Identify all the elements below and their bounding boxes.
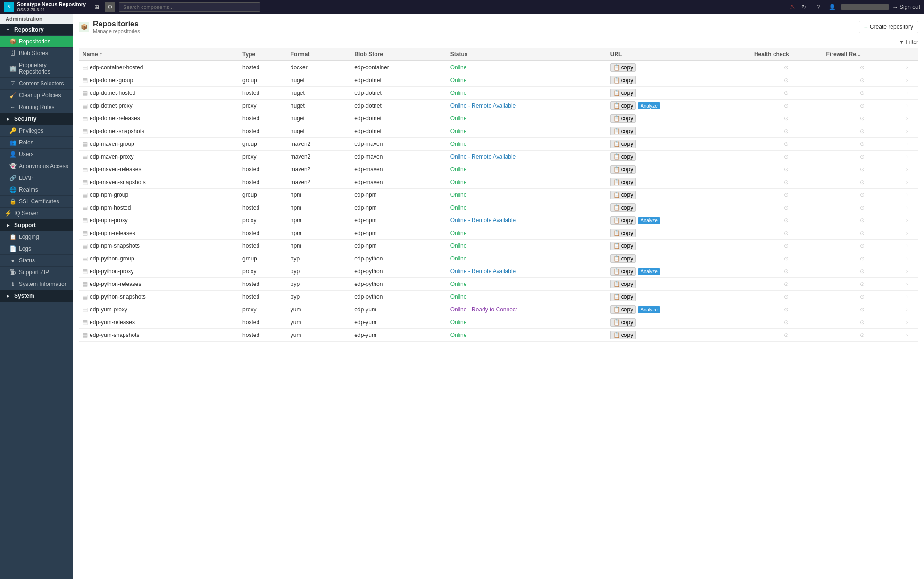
copy-button[interactable]: 📋 copy (610, 318, 636, 327)
copy-button[interactable]: 📋 copy (610, 127, 636, 135)
copy-button[interactable]: 📋 copy (610, 152, 636, 161)
copy-button[interactable]: 📋 copy (610, 280, 636, 288)
sidebar-item-ldap[interactable]: 🔗 LDAP (0, 172, 73, 184)
realms-icon: 🌐 (9, 186, 16, 193)
sidebar-item-anonymous[interactable]: 👻 Anonymous Access (0, 160, 73, 172)
row-expand-icon[interactable]: › (906, 319, 908, 326)
sidebar-section-security[interactable]: ▶ Security (0, 113, 73, 125)
copy-button[interactable]: 📋 copy (610, 229, 636, 237)
alert-icon[interactable]: ⚠ (789, 3, 795, 11)
sidebar-item-logs[interactable]: 📄 Logs (0, 243, 73, 255)
analyze-button[interactable]: Analyze (638, 268, 660, 275)
analyze-button[interactable]: Analyze (638, 306, 660, 313)
row-expand-icon[interactable]: › (906, 77, 908, 84)
sidebar-item-blob-stores[interactable]: 🗄 Blob Stores (0, 48, 73, 59)
refresh-icon[interactable]: ↻ (799, 2, 809, 12)
copy-button[interactable]: 📋 copy (610, 165, 636, 174)
row-expand-icon[interactable]: › (906, 179, 908, 185)
firewall-icon: ⊙ (860, 255, 865, 262)
cell-firewall: ⊙ (823, 163, 903, 176)
cell-format: nuget (287, 100, 351, 112)
table-row: ▤edp-npm-group group npm edp-npm Online … (79, 189, 918, 201)
sidebar-item-privileges[interactable]: 🔑 Privileges (0, 125, 73, 137)
copy-button[interactable]: 📋 copy (610, 76, 636, 84)
copy-button[interactable]: 📋 copy (610, 242, 636, 250)
row-expand-icon[interactable]: › (906, 230, 908, 236)
copy-button[interactable]: 📋 copy (610, 254, 636, 263)
copy-button[interactable]: 📋 copy (610, 293, 636, 301)
sidebar-item-routing[interactable]: ↔ Routing Rules (0, 101, 73, 113)
sidebar-item-cleanup[interactable]: 🧹 Cleanup Policies (0, 90, 73, 101)
row-expand-icon[interactable]: › (906, 141, 908, 147)
copy-button[interactable]: 📋 copy (610, 140, 636, 148)
row-expand-icon[interactable]: › (906, 115, 908, 122)
row-expand-icon[interactable]: › (906, 128, 908, 134)
row-expand-icon[interactable]: › (906, 281, 908, 287)
sidebar-item-iq-server[interactable]: ⚡ IQ Server (0, 208, 73, 219)
copy-button[interactable]: 📋 copy (610, 114, 636, 123)
sidebar-item-ssl[interactable]: 🔒 SSL Certificates (0, 196, 73, 208)
search-input[interactable] (119, 2, 260, 12)
row-expand-icon[interactable]: › (906, 166, 908, 173)
cell-url: 📋 copy (607, 291, 750, 303)
sidebar-item-roles[interactable]: 👥 Roles (0, 137, 73, 149)
row-expand-icon[interactable]: › (906, 102, 908, 109)
sidebar-item-repositories[interactable]: 📦 Repositories (0, 36, 73, 48)
table-row: ▤edp-npm-proxy proxy npm edp-npm Online … (79, 214, 918, 227)
col-header-name[interactable]: Name ↑ (79, 48, 239, 61)
sidebar-item-logging[interactable]: 📋 Logging (0, 231, 73, 243)
row-expand-icon[interactable]: › (906, 217, 908, 224)
row-expand-icon[interactable]: › (906, 332, 908, 338)
cell-blob: edp-npm (350, 201, 446, 214)
sidebar-item-content-selectors[interactable]: ☑ Content Selectors (0, 78, 73, 90)
row-expand-icon[interactable]: › (906, 306, 908, 313)
copy-button[interactable]: 📋 copy (610, 331, 636, 339)
sidebar-item-support-zip[interactable]: 🗜 Support ZIP (0, 267, 73, 278)
filter-button[interactable]: ▼ Filter (899, 39, 918, 45)
table-row: ▤edp-container-hosted hosted docker edp-… (79, 61, 918, 74)
row-expand-icon[interactable]: › (906, 294, 908, 300)
create-repository-button[interactable]: + Create repository (859, 21, 918, 33)
row-expand-icon[interactable]: › (906, 255, 908, 262)
cell-url: 📋 copy (607, 61, 750, 74)
sidebar-item-content-selectors-label: Content Selectors (19, 80, 64, 87)
home-icon[interactable]: ⊞ (92, 2, 102, 12)
sidebar-item-proprietary[interactable]: 🏢 Proprietary Repositories (0, 59, 73, 78)
sidebar-section-support[interactable]: ▶ Support (0, 219, 73, 231)
help-icon[interactable]: ? (813, 2, 824, 12)
copy-button[interactable]: 📋 copy (610, 63, 636, 72)
copy-button[interactable]: 📋 copy (610, 191, 636, 199)
sidebar-item-system-info[interactable]: ℹ System Information (0, 278, 73, 290)
settings-icon[interactable]: ⚙ (105, 2, 115, 12)
copy-button[interactable]: 📋 copy (610, 101, 636, 110)
sidebar-item-realms[interactable]: 🌐 Realms (0, 184, 73, 196)
copy-label: copy (621, 115, 633, 122)
copy-button[interactable]: 📋 copy (610, 305, 636, 314)
copy-button[interactable]: 📋 copy (610, 203, 636, 212)
user-icon[interactable]: 👤 (827, 2, 838, 12)
row-expand-icon[interactable]: › (906, 64, 908, 71)
row-icon: ▤ (83, 243, 88, 249)
copy-button[interactable]: 📋 copy (610, 216, 636, 225)
row-expand-icon[interactable]: › (906, 153, 908, 160)
analyze-button[interactable]: Analyze (638, 102, 660, 109)
copy-button[interactable]: 📋 copy (610, 178, 636, 186)
sidebar-item-users[interactable]: 👤 Users (0, 149, 73, 160)
blob-stores-icon: 🗄 (9, 50, 16, 57)
analyze-button[interactable]: Analyze (638, 217, 660, 224)
row-expand-icon[interactable]: › (906, 268, 908, 275)
row-expand-icon[interactable]: › (906, 192, 908, 198)
sign-out-button[interactable]: → Sign out (892, 4, 920, 10)
row-expand-icon[interactable]: › (906, 204, 908, 211)
row-expand-icon[interactable]: › (906, 243, 908, 249)
copy-button[interactable]: 📋 copy (610, 267, 636, 276)
row-icon: ▤ (83, 77, 88, 84)
sidebar-section-system[interactable]: ▶ System (0, 290, 73, 302)
sidebar-item-status[interactable]: ● Status (0, 255, 73, 267)
cell-health: ⊙ (750, 100, 823, 112)
firewall-icon: ⊙ (860, 217, 865, 224)
sidebar-section-repository[interactable]: ▼ Repository (0, 24, 73, 36)
copy-button[interactable]: 📋 copy (610, 89, 636, 97)
row-expand-icon[interactable]: › (906, 90, 908, 96)
row-icon: ▤ (83, 230, 88, 236)
